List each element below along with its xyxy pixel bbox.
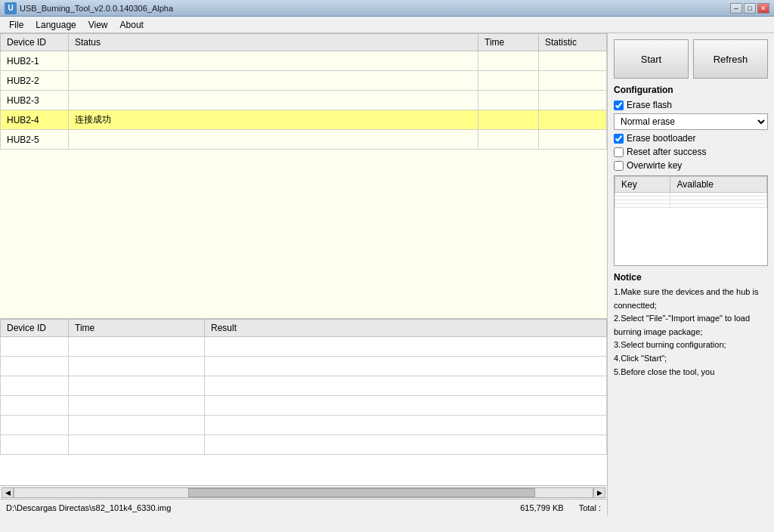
table-row [69, 396, 205, 416]
status-total: Total : [579, 503, 601, 512]
menu-about[interactable]: About [114, 18, 150, 32]
table-row [539, 130, 607, 150]
main-container: Device ID Status Time Statistic HUB2-1HU… [0, 33, 774, 515]
col-header-statistic: Statistic [539, 34, 607, 51]
result-col-time: Time [69, 320, 205, 337]
configuration-section: Configuration Erase flash Normal erase F… [614, 85, 768, 171]
result-table: Device ID Time Result [0, 319, 607, 455]
configuration-title: Configuration [614, 85, 768, 95]
menu-language[interactable]: Language [29, 18, 82, 32]
scrollbar-area: ◀ ▶ [0, 485, 607, 499]
menu-bar: File Language View About [0, 17, 774, 33]
table-row [69, 91, 478, 110]
table-row [1, 416, 69, 435]
erase-mode-select[interactable]: Normal erase Full erase [614, 113, 768, 130]
table-row: HUB2-5 [1, 130, 69, 150]
table-row: HUB2-1 [1, 51, 69, 71]
table-row [1, 376, 69, 396]
result-col-device-id: Device ID [1, 320, 69, 337]
action-buttons: Start Refresh [614, 39, 768, 79]
table-row [205, 337, 607, 357]
table-row [478, 91, 539, 110]
erase-flash-row: Erase flash [614, 100, 768, 110]
device-status-table: Device ID Status Time Statistic HUB2-1HU… [0, 33, 607, 150]
key-table-container: Key Available [614, 175, 768, 266]
table-row [1, 357, 69, 376]
table-row [69, 51, 478, 71]
reset-after-success-checkbox[interactable] [614, 147, 624, 157]
table-row [478, 130, 539, 150]
table-row: HUB2-2 [1, 71, 69, 91]
scroll-left-button[interactable]: ◀ [2, 487, 14, 498]
notice-section: Notice 1.Make sure the devices and the h… [614, 271, 768, 509]
table-row [539, 51, 607, 71]
table-row [69, 416, 205, 435]
reset-after-success-row: Reset after success [614, 147, 768, 157]
table-row [1, 396, 69, 416]
erase-bootloader-row: Erase bootloader [614, 133, 768, 144]
right-panel: Start Refresh Configuration Erase flash … [608, 33, 774, 515]
horizontal-scrollbar[interactable] [14, 487, 593, 498]
erase-bootloader-label: Erase bootloader [627, 133, 695, 144]
table-row [1, 337, 69, 357]
title-bar: U USB_Burning_Tool_v2.0.0.140306_Alpha –… [0, 0, 774, 17]
start-button[interactable]: Start [614, 39, 689, 79]
status-bar: D:\Descargas Directas\s82_101k4_6330.img… [0, 499, 607, 515]
erase-bootloader-checkbox[interactable] [614, 134, 624, 144]
result-table-container: Device ID Time Result [0, 319, 607, 485]
table-row: HUB2-4 [1, 110, 69, 130]
close-button[interactable]: ✕ [757, 3, 769, 14]
device-status-table-container: Device ID Status Time Statistic HUB2-1HU… [0, 33, 607, 319]
col-header-status: Status [69, 34, 478, 51]
left-panel: Device ID Status Time Statistic HUB2-1HU… [0, 33, 608, 515]
table-row [69, 337, 205, 357]
menu-file[interactable]: File [3, 18, 29, 32]
table-row [69, 357, 205, 376]
table-row [69, 435, 205, 455]
table-row [205, 416, 607, 435]
table-row [205, 357, 607, 376]
scroll-right-button[interactable]: ▶ [593, 487, 605, 498]
key-col-available: Available [670, 177, 767, 193]
table-row [205, 376, 607, 396]
overwrite-key-label: Overwirte key [627, 160, 682, 171]
table-row [1, 435, 69, 455]
col-header-device-id: Device ID [1, 34, 69, 51]
menu-view[interactable]: View [82, 18, 114, 32]
table-row [69, 376, 205, 396]
maximize-button[interactable]: □ [744, 3, 756, 14]
app-icon: U [5, 2, 17, 14]
refresh-button[interactable]: Refresh [693, 39, 768, 79]
notice-text: 1.Make sure the devices and the hub is c… [614, 286, 768, 379]
table-row [539, 71, 607, 91]
minimize-button[interactable]: – [730, 3, 742, 14]
result-col-result: Result [205, 320, 607, 337]
table-row [478, 110, 539, 130]
reset-after-success-label: Reset after success [627, 147, 706, 157]
key-table: Key Available [615, 176, 767, 208]
table-row [69, 71, 478, 91]
table-row [69, 130, 478, 150]
erase-flash-checkbox[interactable] [614, 101, 624, 110]
table-row [205, 396, 607, 416]
overwrite-key-checkbox[interactable] [614, 161, 624, 171]
file-size: 615,799 KB [520, 503, 564, 512]
file-path: D:\Descargas Directas\s82_101k4_6330.img [6, 503, 505, 512]
col-header-time: Time [478, 34, 539, 51]
notice-title: Notice [614, 271, 768, 284]
overwrite-key-row: Overwirte key [614, 160, 768, 171]
title-text: USB_Burning_Tool_v2.0.0.140306_Alpha [20, 4, 730, 13]
table-row: HUB2-3 [1, 91, 69, 110]
window-controls: – □ ✕ [730, 3, 769, 14]
table-row [478, 71, 539, 91]
table-row [539, 110, 607, 130]
scroll-thumb[interactable] [188, 488, 535, 497]
key-col-key: Key [615, 177, 670, 193]
table-row [539, 91, 607, 110]
table-row [478, 51, 539, 71]
table-row: 连接成功 [69, 110, 478, 130]
erase-flash-label: Erase flash [627, 100, 672, 110]
table-row [205, 435, 607, 455]
